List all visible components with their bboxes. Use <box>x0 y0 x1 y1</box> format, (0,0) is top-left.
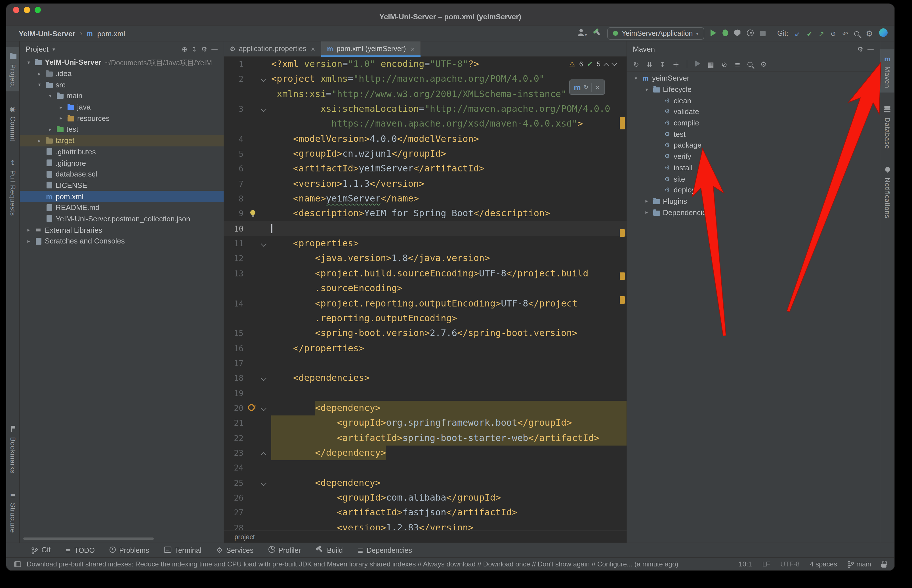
indent-setting[interactable]: 4 spaces <box>810 560 837 568</box>
intention-bulb-icon[interactable] <box>250 210 255 215</box>
tool-windows-icon[interactable] <box>14 561 21 567</box>
maven-tree-item[interactable]: ▸Plugins <box>627 195 880 207</box>
fold-icon[interactable] <box>261 241 266 247</box>
code-line[interactable]: 20 <dependency> <box>224 401 626 416</box>
execute-maven-goal-button[interactable]: ▦ <box>708 59 714 69</box>
project-tree-item[interactable]: mpom.xml <box>20 191 224 202</box>
status-message[interactable]: Download pre-built shared indexes: Reduc… <box>27 560 733 568</box>
maven-settings-button[interactable]: ⚙ <box>760 59 767 69</box>
zoom-window-button[interactable] <box>35 7 41 13</box>
scrollbar-warning-mark[interactable] <box>620 296 625 304</box>
close-icon[interactable]: × <box>311 45 315 53</box>
tool-button-services[interactable]: ⚙Services <box>216 546 253 554</box>
project-tree-item[interactable]: YeIM-Uni-Server.postman_collection.json <box>20 213 224 224</box>
chevron-right-icon[interactable]: ▸ <box>642 199 651 204</box>
maven-tree-item[interactable]: ⚙validate <box>627 106 880 117</box>
maven-tree-item[interactable]: ⚙compile <box>627 118 880 129</box>
horizontal-scrollbar[interactable] <box>23 538 154 540</box>
code-line[interactable]: 13 <project.build.sourceEncoding>UTF-8</… <box>224 266 626 281</box>
code-line[interactable]: 14 <project.reporting.outputEncoding>UTF… <box>224 296 626 311</box>
code-line[interactable]: 8 <name>yeimServer</name> <box>224 191 626 206</box>
gear-icon[interactable]: ⚙ <box>201 46 207 53</box>
chevron-down-icon[interactable]: ▾ <box>642 87 651 92</box>
prev-highlight-icon[interactable] <box>604 63 609 68</box>
tool-button-database[interactable]: Database <box>880 100 894 153</box>
fold-icon[interactable] <box>261 452 266 458</box>
chevron-down-icon[interactable]: ▾ <box>24 60 33 65</box>
code-line[interactable]: .reporting.outputEncoding> <box>224 311 626 326</box>
run-configuration-select[interactable]: YeimServerApplication▾ <box>607 27 704 40</box>
caret-position[interactable]: 10:1 <box>739 560 752 568</box>
search-everywhere-button[interactable] <box>854 28 859 39</box>
locate-file-icon[interactable]: ⊕ <box>182 46 187 53</box>
scrollbar-warning-mark[interactable] <box>620 273 625 280</box>
code-with-me-avatar[interactable] <box>879 28 888 39</box>
project-tree-item[interactable]: ▾YeIM-Uni-Server~/Documents/项目/Java项目/Ye… <box>20 57 224 68</box>
maven-tree-item[interactable]: ▾myeimServer <box>627 73 880 84</box>
code-line[interactable]: 21 <groupId>org.springframework.boot</gr… <box>224 416 626 431</box>
show-dependencies-button[interactable]: ⊘ <box>722 59 727 69</box>
generate-sources-button[interactable]: ⇊ <box>646 59 652 69</box>
project-tree-item[interactable]: README.md <box>20 202 224 213</box>
project-tree-item[interactable]: ▸java <box>20 102 224 113</box>
fold-icon[interactable] <box>261 107 266 112</box>
project-tree-item[interactable]: ▸Scratches and Consoles <box>20 236 224 247</box>
code-line[interactable]: 4 <modelVersion>4.0.0</modelVersion> <box>224 131 626 147</box>
breadcrumb-project[interactable]: YeIM-Uni-Server <box>19 29 75 38</box>
chevron-right-icon[interactable]: ▸ <box>35 137 44 143</box>
next-highlight-icon[interactable] <box>612 60 617 66</box>
code-line[interactable]: 26 <groupId>com.alibaba</groupId> <box>224 490 626 506</box>
tool-button-maven[interactable]: mMaven <box>880 49 894 92</box>
code-line[interactable]: 11 <properties> <box>224 236 626 251</box>
code-area[interactable]: 1<?xml version="1.0" encoding="UTF-8"?>2… <box>224 57 626 530</box>
fold-icon[interactable] <box>261 77 266 82</box>
close-icon[interactable]: × <box>595 84 600 90</box>
project-tree-item[interactable]: ▸resources <box>20 113 224 124</box>
project-tree-item[interactable]: database.sql <box>20 168 224 179</box>
maven-reload-popup[interactable]: m ↻ × <box>569 79 605 95</box>
git-update-button[interactable]: ↙ <box>794 28 800 39</box>
download-sources-button[interactable]: ↧ <box>659 59 665 69</box>
breadcrumb-file[interactable]: pom.xml <box>97 29 125 38</box>
debug-button[interactable] <box>722 28 728 39</box>
maven-tree-item[interactable]: ⚙deploy <box>627 184 880 195</box>
tool-button-build[interactable]: Build <box>316 546 343 555</box>
run-maven-goal-button[interactable] <box>695 59 700 69</box>
maven-tree-item[interactable]: ⚙verify <box>627 151 880 162</box>
gutter-arrow-icon[interactable] <box>248 404 255 411</box>
code-line[interactable]: 18 <dependencies> <box>224 371 626 386</box>
stop-button[interactable] <box>760 28 765 39</box>
tool-button-bookmarks[interactable]: Bookmarks <box>6 420 19 478</box>
code-line[interactable]: 10 <box>224 221 626 236</box>
project-tree-item[interactable]: ▸target <box>20 135 224 146</box>
search-goal-button[interactable] <box>748 59 753 69</box>
code-line[interactable]: 19 <box>224 386 626 401</box>
tool-button-notifications[interactable]: Notifications <box>880 161 894 223</box>
profiler-button[interactable] <box>747 28 753 39</box>
minimize-window-button[interactable] <box>24 7 30 13</box>
tab-pom-xml[interactable]: mpom.xml (yeimServer)× <box>321 42 421 56</box>
chevron-right-icon[interactable]: ▸ <box>57 104 65 110</box>
code-line[interactable]: 12 <java.version>1.8</java.version> <box>224 251 626 266</box>
code-line[interactable]: 28 <version>1.2.83</version> <box>224 520 626 530</box>
project-panel-title[interactable]: Project <box>26 45 48 53</box>
user-menu[interactable]: ▾ <box>578 28 587 39</box>
tool-button-dependencies[interactable]: ≣Dependencies <box>358 546 412 554</box>
lock-icon[interactable] <box>881 563 886 567</box>
tool-button-pull-requests[interactable]: ↕Pull Requests <box>6 153 19 220</box>
inspections-widget[interactable]: ⚠ 6 ✔ 5 <box>567 59 618 69</box>
fold-icon[interactable] <box>261 480 266 486</box>
maven-tree-item[interactable]: ⚙test <box>627 129 880 140</box>
tool-button-project[interactable]: Project <box>6 47 19 91</box>
git-history-button[interactable]: ↺ <box>831 28 836 39</box>
reload-all-maven-projects-button[interactable]: ↻ <box>633 59 639 69</box>
maven-reload-icon[interactable]: m <box>574 83 581 91</box>
chevron-right-icon[interactable]: ▸ <box>35 71 44 76</box>
file-encoding[interactable]: UTF-8 <box>780 560 800 568</box>
code-line[interactable]: 22 <artifactId>spring-boot-starter-web</… <box>224 431 626 446</box>
chevron-down-icon[interactable]: ▾ <box>632 76 640 81</box>
hide-panel-icon[interactable]: — <box>867 46 874 53</box>
tool-button-structure[interactable]: ≡Structure <box>6 486 19 537</box>
code-line[interactable]: 7 <version>1.1.3</version> <box>224 176 626 192</box>
tab-application-properties[interactable]: ⚙application.properties× <box>224 42 321 56</box>
